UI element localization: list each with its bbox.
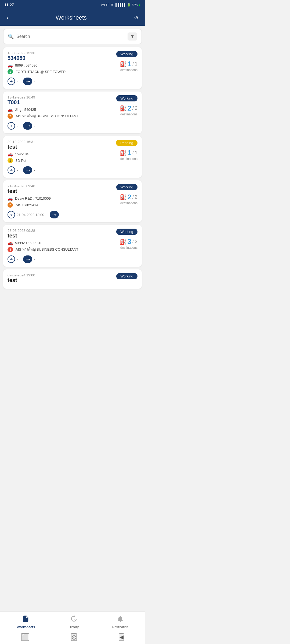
from-arrow-icon: ➜ [8,255,15,263]
card-date: 18-08-2022 15:36 [8,51,108,55]
dest-label: destinations [120,112,138,116]
location-text: 3D Pet [16,159,26,163]
dest-current: 1 [128,60,131,68]
card-id: T001 [8,99,108,105]
worksheet-card-2[interactable]: 13-12-2022 16:49 T001 🚗 Jing : 540425 2 … [3,92,142,133]
card-id: 534080 [8,55,108,61]
worksheet-card-3[interactable]: 30-12-2022 16:31 test 🚗 : 545184 1 3D Pe… [3,136,142,178]
dest-label: destinations [120,157,138,161]
header: ‹ Worksheets ↺ [0,10,145,26]
vehicle-text: Deaw R&D : 71010009 [15,196,51,200]
car-icon: 🚗 [8,240,13,246]
to-arrow-icon: ···➜ [50,211,59,218]
dest-total: 2 [135,194,137,200]
vehicle-text: Jing : 540425 [15,108,36,112]
card-date: 07-02-2024 19:00 [8,273,108,277]
from-arrow-icon: ➜ [8,211,15,218]
battery-percent: 86% [132,3,138,6]
location-badge: 1 [8,158,13,163]
card-location-info: 3 AIS หาดใหญ่ BUSINESS CONSULTANT [8,247,108,252]
dest-current: 2 [128,193,131,201]
card-footer: ➜ - ···➜ - [8,166,137,174]
battery-dot: ● [139,3,141,6]
filter-button[interactable]: ▼ [128,32,137,41]
dest-total: 1 [135,150,137,156]
footer-from: - [17,168,18,172]
status-badge: Pending [116,140,137,146]
worksheet-card-1[interactable]: 18-08-2022 15:36 534080 🚗 8869 : 534080 … [3,47,142,89]
card-id: test [8,188,108,194]
from-arrow-icon: ➜ [8,122,15,130]
search-icon: 🔍 [8,34,14,39]
location-text: AIS หาดใหญ่ BUSINESS CONSULTANT [16,247,78,252]
card-date: 21-04-2023 09:40 [8,184,108,188]
card-vehicle-info: 🚗 : 545184 [8,152,108,157]
worksheet-card-6[interactable]: 07-02-2024 19:00 test Working [3,269,142,289]
dest-label: destinations [120,68,138,72]
vehicle-text: : 545184 [15,152,29,156]
card-location-info: 2 AIS แมทพลาส [8,202,108,208]
dest-separator: / [132,150,134,156]
signal-4g-icon: 4G [111,3,115,6]
footer-from: - [17,79,18,83]
card-date: 13-12-2022 16:49 [8,95,108,99]
location-badge: 3 [8,247,13,252]
dest-current: 1 [128,149,131,157]
location-text: AIS หาดใหญ่ BUSINESS CONSULTANT [16,113,78,119]
card-footer: ➜ 21-04-2023 12:00 ···➜ - [8,211,137,218]
card-id: test [8,233,108,239]
dest-separator: / [132,239,134,244]
dest-separator: / [132,105,134,111]
card-id: test [8,277,108,283]
from-arrow-icon: ➜ [8,166,15,174]
worksheet-card-5[interactable]: 23-06-2023 09:28 test 🚗 539920 : 539920 … [3,225,142,267]
footer-from: - [17,124,18,128]
dest-separator: / [132,61,134,67]
signal-bars-icon: ▌▌▌▌▌ [115,3,126,6]
card-date: 30-12-2022 16:31 [8,140,108,144]
dest-total: 2 [135,105,137,111]
vehicle-text: 539920 : 539920 [15,241,41,245]
battery-icon: 🔋 [127,3,131,7]
search-bar: 🔍 ▼ [3,29,142,44]
status-icons: VoLTE 4G ▌▌▌▌▌ 🔋 86% ● [101,3,141,7]
card-vehicle-info: 🚗 Jing : 540425 [8,107,108,112]
status-badge: Working [116,273,137,279]
dest-current: 3 [128,237,131,246]
card-footer: ➜ - ···➜ - [8,78,137,85]
status-bar: 11:27 VoLTE 4G ▌▌▌▌▌ 🔋 86% ● [0,0,145,10]
status-badge: Working [116,229,137,235]
location-badge: 2 [8,114,13,119]
status-badge: Working [116,95,137,101]
card-location-info: 1 FORTHTRACK @ SPE TOWER [8,69,108,74]
worksheet-card-4[interactable]: 21-04-2023 09:40 test 🚗 Deaw R&D : 71010… [3,180,142,222]
back-button[interactable]: ‹ [5,13,9,22]
footer-to: - [34,124,35,128]
card-id: test [8,144,108,150]
card-vehicle-info: 🚗 8869 : 534080 [8,63,108,68]
location-text: AIS แมทพลาส [16,202,38,208]
dest-label: destinations [120,246,138,250]
car-icon: 🚗 [8,107,13,112]
car-icon: 🚗 [8,152,13,157]
dest-icon: ⛽ [120,239,126,245]
refresh-button[interactable]: ↺ [133,13,140,22]
from-arrow-icon: ➜ [8,78,15,85]
vehicle-text: 8869 : 534080 [15,63,37,67]
cards-list: 18-08-2022 15:36 534080 🚗 8869 : 534080 … [0,46,145,290]
car-icon: 🚗 [8,63,13,68]
page-title: Worksheets [56,14,87,21]
search-input[interactable] [16,34,125,39]
dest-icon: ⛽ [120,194,126,200]
status-badge: Working [116,184,137,190]
volte-icon: VoLTE [101,3,109,6]
card-footer: ➜ - ···➜ - [8,255,137,263]
dest-current: 2 [128,104,131,112]
footer-to: - [34,168,35,172]
dest-icon: ⛽ [120,150,126,156]
filter-icon: ▼ [130,34,135,39]
footer-to: - [34,257,35,261]
location-text: FORTHTRACK @ SPE TOWER [16,70,66,74]
dest-icon: ⛽ [120,61,126,67]
location-badge: 2 [8,202,13,208]
